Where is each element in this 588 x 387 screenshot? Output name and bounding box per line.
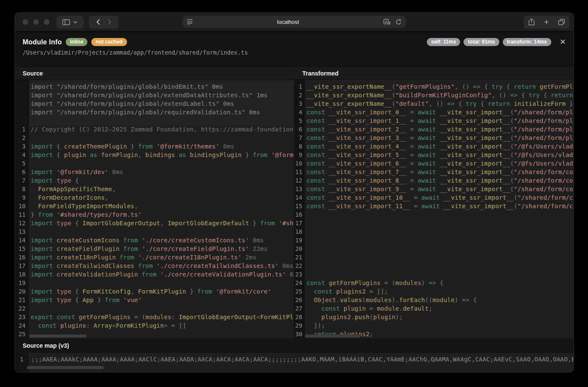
share-icon[interactable]	[528, 18, 535, 26]
forward-button[interactable]	[107, 19, 111, 25]
code-line: 14import createCustomIcons from './core/…	[15, 236, 294, 244]
code-line: 4import { plugin as formPlugin, bindings…	[15, 151, 294, 159]
close-window-button[interactable]	[23, 19, 28, 25]
sourcemap-line-number: 1	[15, 355, 28, 364]
back-button[interactable]	[96, 19, 100, 25]
code-line: 19	[295, 236, 574, 244]
code-line: 20	[295, 244, 574, 253]
code-line: 15import createFieldPlugin from './core/…	[15, 244, 294, 253]
sourcemap-hscrollbar-thumb[interactable]	[27, 366, 104, 369]
code-line: 11} from '#shared/types/form.ts'	[15, 210, 294, 219]
minimize-window-button[interactable]	[33, 19, 39, 25]
sourcemap-box[interactable]: 1 ;;;AAEA;AAAkC;AAAA;AAAA;AAAA;AAClC;AAE…	[15, 353, 574, 372]
code-line: 7const __vite_ssr_import_3__ = await __v…	[295, 134, 574, 142]
code-line: 12import type { ImportGlobEagerOutput, I…	[15, 219, 294, 227]
timing-badge: self: 11ms	[427, 38, 460, 46]
status-badges: inlinenot cached	[62, 38, 127, 46]
code-line: 23export const getFormPlugins = (modules…	[15, 313, 294, 321]
code-line: 13	[15, 227, 294, 236]
code-line: 11const __vite_ssr_import_7__ = await __…	[295, 168, 574, 176]
timing-badge: transform: 14ms	[503, 38, 551, 46]
code-line: 5	[15, 159, 294, 168]
code-line: 17import createTailwindClasses from './c…	[15, 262, 294, 270]
transformed-panel: Transformed 1__vite_ssr_exportName__("ge…	[295, 67, 574, 338]
code-line: 16import createI18nPlugin from './core/c…	[15, 253, 294, 262]
tab-overview-icon[interactable]	[558, 19, 565, 25]
transformed-panel-header: Transformed	[295, 67, 574, 80]
module-path: /Users/vladimir/Projects/zammad/app/fron…	[23, 49, 566, 56]
timing-badge: total: 61ms	[463, 38, 499, 46]
url-text[interactable]: localhost	[193, 19, 383, 25]
browser-toolbar: localhost A x	[15, 13, 574, 32]
code-line: import "/shared/form/plugins/global/requ…	[15, 108, 294, 116]
navigation-buttons	[89, 16, 119, 29]
timing-metrics: self: 11mstotal: 61mstransform: 14ms	[427, 38, 551, 46]
module-info-header: Module Info inlinenot cached self: 11mst…	[15, 32, 574, 67]
transformed-hscrollbar-thumb[interactable]	[305, 335, 360, 338]
code-line: 7import type {	[15, 176, 294, 185]
code-line: import "/shared/form/plugins/global/bind…	[15, 82, 294, 91]
code-line: 15const __vite_ssr_import_11__ = await _…	[295, 202, 574, 210]
traffic-lights	[23, 19, 49, 25]
page-title: Module Info	[23, 38, 62, 46]
code-line: 18	[295, 227, 574, 236]
code-line: 8const __vite_ssr_import_4__ = await __v…	[295, 142, 574, 151]
code-line: 17	[295, 219, 574, 227]
code-line: 3import { createThemePlugin } from '@for…	[15, 142, 294, 151]
code-line: 29 });	[295, 321, 574, 330]
nav-divider	[104, 18, 104, 26]
code-line: 23	[295, 270, 574, 279]
close-icon[interactable]: ✕	[560, 38, 566, 46]
code-line: 16	[295, 210, 574, 219]
reload-icon[interactable]	[395, 19, 402, 25]
code-line: 6import '@formkit/dev' 0ms	[15, 168, 294, 176]
code-line: 13const __vite_ssr_import_9__ = await __…	[295, 185, 574, 193]
code-line: 24 const plugins: Array<FormKitPlugin> =…	[15, 321, 294, 330]
code-line: 24const getFormPlugins = (modules) => {	[295, 279, 574, 287]
address-bar[interactable]: localhost A x	[182, 16, 406, 28]
source-hscrollbar-thumb[interactable]	[29, 335, 87, 338]
code-line: 28 plugins2.push(plugin);	[295, 313, 574, 321]
code-line: 10const __vite_ssr_import_6__ = await __…	[295, 159, 574, 168]
status-badge: inline	[66, 38, 87, 46]
source-panel: Source import "/shared/form/plugins/glob…	[15, 67, 294, 338]
code-line: 5const __vite_ssr_import_1__ = await __v…	[295, 116, 574, 125]
code-line: 2__vite_ssr_exportName__("buildFormKitPl…	[295, 91, 574, 99]
code-line: 25 const plugins2 = [];	[295, 287, 574, 296]
code-line: 1__vite_ssr_exportName__("getFormPlugins…	[295, 82, 574, 91]
new-tab-button[interactable]: +	[544, 18, 549, 26]
sidebar-toggle-button[interactable]	[56, 16, 84, 29]
sidebar-icon	[62, 19, 70, 25]
code-line: 9 FormDecoratorIcons,	[15, 193, 294, 202]
code-panels: Source import "/shared/form/plugins/glob…	[15, 67, 574, 338]
code-line	[15, 116, 294, 125]
code-line: 20import type { FormKitConfig, FormKitPl…	[15, 287, 294, 296]
svg-text:x: x	[388, 21, 390, 24]
sourcemap-title: Source map (v3)	[23, 342, 69, 349]
transformed-code-area[interactable]: 1__vite_ssr_exportName__("getFormPlugins…	[295, 80, 574, 338]
browser-window: localhost A x	[15, 13, 574, 372]
code-line: 21import type { App } from 'vue'	[15, 296, 294, 304]
toolbar-right-buttons: +	[524, 16, 570, 29]
code-line: 26 Object.values(modules).forEach((modul…	[295, 296, 574, 304]
code-line: 18import createValidationPlugin from './…	[15, 270, 294, 279]
code-line: 4const __vite_ssr_import_0__ = await __v…	[295, 108, 574, 116]
code-line: 1// Copyright (C) 2012–2025 Zammad Found…	[15, 125, 294, 134]
code-line: 22	[295, 262, 574, 270]
sourcemap-header: Source map (v3)	[15, 338, 574, 353]
code-line: 6const __vite_ssr_import_2__ = await __v…	[295, 125, 574, 134]
code-line: 27 const plugin = module.default;	[295, 304, 574, 313]
status-badge: not cached	[91, 38, 127, 46]
source-panel-header: Source	[15, 67, 294, 80]
code-line: 22	[15, 304, 294, 313]
chevron-down-icon	[73, 21, 78, 23]
code-line: 14const __vite_ssr_import_10__ = await _…	[295, 193, 574, 202]
sourcemap-mappings: ;;;AAEA;AAAkC;AAAA;AAAA;AAAA;AAClC;AAEA;…	[28, 355, 574, 364]
code-line: 10 FormFieldTypeImportModules,	[15, 202, 294, 210]
code-line: import "/shared/form/plugins/global/exte…	[15, 99, 294, 108]
reader-mode-icon[interactable]	[187, 19, 193, 25]
zoom-window-button[interactable]	[44, 19, 49, 25]
source-code-area[interactable]: import "/shared/form/plugins/global/bind…	[15, 80, 294, 338]
source-panel-title: Source	[23, 70, 43, 77]
translate-icon[interactable]: A x	[383, 19, 391, 25]
